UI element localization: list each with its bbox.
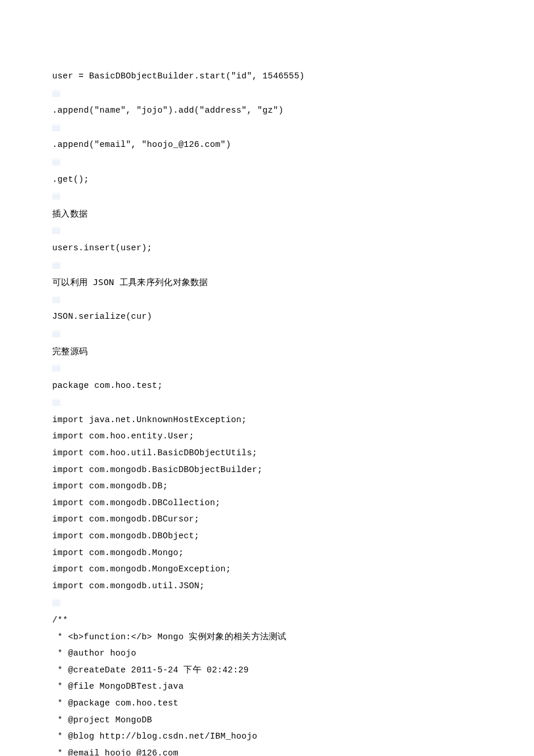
code-line: /**: [52, 616, 482, 625]
code-line: import com.mongodb.MongoException;: [52, 565, 482, 574]
code-line: import java.net.UnknownHostException;: [52, 416, 482, 424]
code-line: * <b>function:</b> Mongo 实例对象的相关方法测试: [52, 633, 482, 642]
code-line: * @file MongoDBTest.java: [52, 682, 482, 691]
code-line: * @author hoojo: [52, 649, 482, 658]
code-line: import com.mongodb.DBCursor;: [52, 515, 482, 524]
code-line: import com.hoo.util.BasicDBObjectUtils;: [52, 449, 482, 458]
code-line: users.insert(user);: [52, 244, 482, 253]
blank-line-marker: [52, 157, 482, 167]
blank-line-marker: [52, 123, 482, 133]
blank-line-marker: [52, 192, 482, 201]
code-line: package com.hoo.test;: [52, 381, 482, 390]
code-line: JSON.serialize(cur): [52, 312, 482, 321]
code-line: .get();: [52, 175, 482, 184]
code-line: import com.hoo.entity.User;: [52, 432, 482, 441]
code-line: * @package com.hoo.test: [52, 699, 482, 708]
blank-line-marker: [52, 398, 482, 408]
code-line: import com.mongodb.Mongo;: [52, 549, 482, 557]
code-line: * @blog http://blog.csdn.net/IBM_hoojo: [52, 732, 482, 741]
blank-line-marker: [52, 89, 482, 99]
blank-line-marker: [52, 329, 482, 339]
code-line: import com.mongodb.DBObject;: [52, 532, 482, 541]
text-line: 可以利用 JSON 工具来序列化对象数据: [52, 278, 482, 287]
document-page: user = BasicDBObjectBuilder.start("id", …: [0, 0, 534, 756]
code-line: import com.mongodb.DB;: [52, 482, 482, 491]
blank-line-marker: [52, 295, 482, 305]
code-line: .append("email", "hoojo_@126.com"): [52, 141, 482, 149]
code-line: import com.mongodb.util.JSON;: [52, 582, 482, 591]
blank-line-marker: [52, 226, 482, 236]
code-line: * @project MongoDB: [52, 716, 482, 725]
code-line: * @createDate 2011-5-24 下午 02:42:29: [52, 666, 482, 675]
text-line: 完整源码: [52, 347, 482, 356]
code-line: * @email hoojo_@126.com: [52, 749, 482, 756]
text-line: 插入数据: [52, 210, 482, 218]
blank-line-marker: [52, 598, 482, 608]
code-line: import com.mongodb.BasicDBObjectBuilder;: [52, 466, 482, 474]
code-line: import com.mongodb.DBCollection;: [52, 499, 482, 507]
blank-line-marker: [52, 363, 482, 373]
code-line: user = BasicDBObjectBuilder.start("id", …: [52, 72, 482, 81]
blank-line-marker: [52, 261, 482, 271]
code-line: .append("name", "jojo").add("address", "…: [52, 106, 482, 115]
